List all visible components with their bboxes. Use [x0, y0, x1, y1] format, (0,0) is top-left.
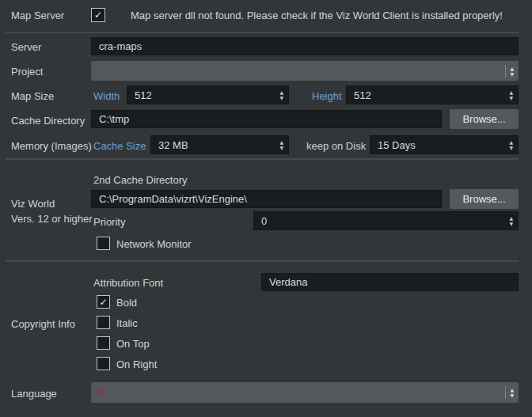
spinner-arrows-icon[interactable]: ▲▼ [509, 216, 513, 226]
priority-spinner[interactable]: ▲▼ [253, 211, 519, 230]
language-label: Language [11, 388, 57, 400]
attribution-font-input[interactable] [261, 273, 519, 291]
italic-label: Italic [116, 317, 138, 329]
keep-on-disk-label: keep on Disk [306, 140, 366, 152]
separator [6, 32, 519, 33]
height-spinner[interactable]: ▲▼ [346, 85, 519, 104]
cache-size-label: Cache Size [93, 140, 146, 152]
bold-checkbox[interactable] [97, 295, 110, 309]
memory-images-label: Memory (Images) [11, 140, 92, 152]
combo-divider [505, 386, 506, 399]
attribution-font-label: Attribution Font [93, 277, 163, 289]
copyright-info-label: Copyright Info [11, 318, 75, 330]
spinner-arrows-icon[interactable]: ▲▼ [509, 140, 513, 150]
width-spinner[interactable]: ▲▼ [127, 85, 289, 104]
map-server-label: Map Server [11, 9, 64, 21]
italic-checkbox[interactable] [97, 316, 110, 329]
project-select[interactable]: ▲▼ [91, 61, 519, 81]
cache-size-input[interactable] [158, 139, 279, 151]
on-right-checkbox[interactable] [97, 357, 110, 370]
spinner-arrows-icon[interactable]: ▲▼ [510, 388, 514, 397]
network-monitor-checkbox[interactable] [97, 237, 110, 250]
on-top-label: On Top [116, 338, 150, 350]
height-label: Height [312, 90, 342, 102]
width-input[interactable] [135, 89, 279, 101]
keep-on-disk-input[interactable] [378, 139, 509, 151]
priority-input[interactable] [261, 215, 509, 227]
language-selected-value: 0 [98, 387, 104, 399]
height-input[interactable] [354, 89, 509, 101]
map-server-checkbox[interactable] [91, 8, 105, 22]
spinner-arrows-icon[interactable]: ▲▼ [510, 66, 514, 76]
map-size-label: Map Size [11, 90, 54, 102]
project-label: Project [11, 66, 43, 78]
second-cache-directory-input[interactable] [91, 190, 442, 208]
server-label: Server [11, 41, 41, 53]
on-right-label: On Right [116, 358, 157, 370]
spinner-arrows-icon[interactable]: ▲▼ [509, 90, 513, 100]
bold-label: Bold [116, 297, 137, 309]
second-cache-browse-button[interactable]: Browse... [450, 189, 519, 209]
priority-label: Priority [93, 216, 125, 228]
spinner-arrows-icon[interactable]: ▲▼ [279, 140, 283, 150]
spinner-arrows-icon[interactable]: ▲▼ [279, 90, 283, 100]
combo-divider [505, 65, 506, 78]
width-label: Width [93, 90, 120, 102]
cache-directory-label: Cache Directory [11, 115, 85, 127]
network-monitor-label: Network Monitor [116, 238, 192, 250]
map-server-settings-panel: Map Server Map server dll not found. Ple… [0, 0, 532, 417]
cache-directory-input[interactable] [91, 110, 442, 128]
second-cache-directory-label: 2nd Cache Directory [93, 174, 188, 186]
language-select[interactable]: 0 ▲▼ [91, 382, 519, 403]
keep-on-disk-spinner[interactable]: ▲▼ [370, 135, 519, 154]
map-server-warning-text: Map server dll not found. Please check i… [131, 9, 520, 21]
separator [6, 158, 519, 160]
cache-size-spinner[interactable]: ▲▼ [150, 135, 289, 154]
server-input[interactable] [91, 37, 519, 55]
cache-directory-browse-button[interactable]: Browse... [450, 109, 519, 129]
on-top-checkbox[interactable] [97, 336, 110, 350]
separator [6, 260, 519, 262]
viz-world-label-line1: Viz World [11, 198, 55, 210]
viz-world-label-line2: Vers. 12 or higher [11, 213, 93, 225]
